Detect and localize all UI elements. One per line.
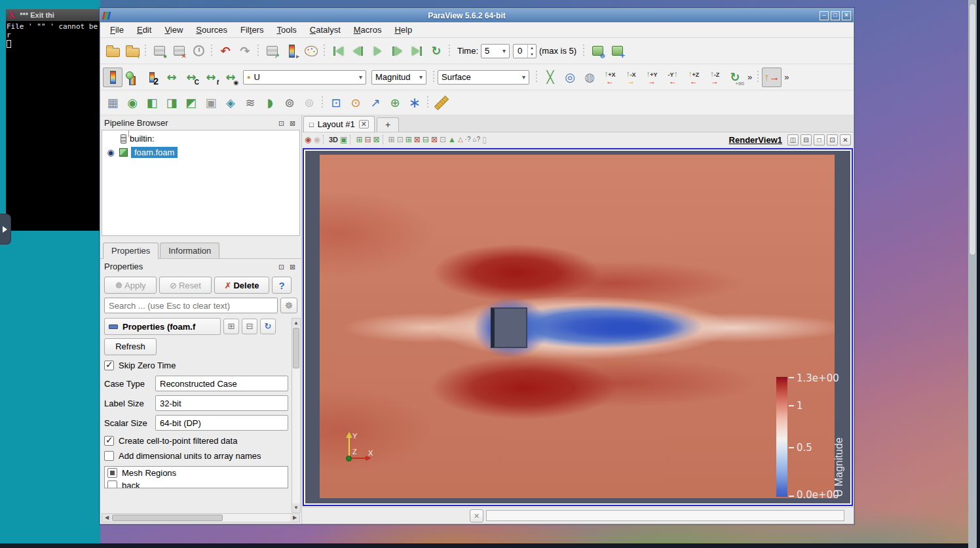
undo-button[interactable]: ↶	[216, 41, 235, 61]
close-icon[interactable]: ⊠	[288, 262, 297, 271]
skip-zero-time-row[interactable]: Skip Zero Time	[104, 361, 288, 370]
tab-properties[interactable]: Properties	[103, 243, 159, 259]
color-palette-button[interactable]	[301, 41, 321, 61]
maximize-button[interactable]: □	[831, 11, 840, 20]
spin-down-icon[interactable]: ▾	[528, 51, 536, 58]
rescale-visible-button[interactable]: ↔◉	[221, 68, 240, 87]
rescale-temporal-button[interactable]: ↔t	[201, 68, 221, 87]
undock-view-button[interactable]: ⊡	[827, 134, 838, 146]
terminal-body[interactable]: File ' "" ' cannot be r	[6, 21, 102, 231]
connect-server-button[interactable]: ●	[149, 41, 169, 61]
clear-selection-icon[interactable]: ▯	[482, 136, 487, 144]
first-frame-button[interactable]	[328, 41, 348, 61]
reset-button[interactable]: ⊘Reset	[159, 277, 212, 294]
menu-file[interactable]: File	[104, 23, 130, 37]
mesh-region-item[interactable]: back	[105, 479, 288, 488]
toolbar-overflow[interactable]: »	[784, 72, 789, 82]
save-data-button[interactable]: ↓	[122, 41, 142, 61]
extract-subset-button[interactable]: ▣	[201, 93, 221, 113]
view-plus-x-button[interactable]: ↑+X←	[599, 68, 620, 87]
select-polygon-cells-icon[interactable]: ⊡	[397, 136, 404, 144]
close-view-button[interactable]: ✕	[840, 134, 851, 146]
minimize-button[interactable]: –	[820, 11, 829, 20]
adjust-camera-icon[interactable]: ▣	[340, 136, 347, 144]
camera-icon[interactable]: ◉	[305, 136, 311, 144]
previous-frame-button[interactable]	[348, 41, 368, 61]
interpolate-button[interactable]: ∗	[405, 93, 424, 113]
hover-point-icon[interactable]: △	[458, 136, 463, 143]
view-minus-x-button[interactable]: ↑-X→	[620, 68, 641, 87]
select-block-icon[interactable]: ⊞	[405, 136, 412, 144]
reset-camera-button[interactable]: ╳	[540, 68, 560, 87]
render-view-name[interactable]: RenderView1	[729, 135, 782, 145]
scalar-size-combo[interactable]: 64-bit (DP)	[155, 415, 288, 431]
auto-apply-button[interactable]: ▸	[282, 41, 301, 61]
open-file-button[interactable]	[103, 41, 122, 61]
redo-button[interactable]: ↷	[235, 41, 255, 61]
menu-sources[interactable]: Sources	[190, 23, 233, 37]
menu-filters[interactable]: Filters	[235, 23, 269, 37]
color-legend-bar[interactable]	[776, 377, 787, 497]
calculator-button[interactable]: ▦	[103, 93, 122, 113]
cell-to-point-row[interactable]: Create cell-to-point filtered data	[104, 436, 288, 446]
screen-scrollbar-thumb[interactable]	[969, 3, 976, 256]
plot-over-line-button[interactable]: ↗	[366, 93, 385, 113]
panel-hide-handle[interactable]	[0, 214, 11, 245]
contour-button[interactable]: ◉	[122, 93, 142, 113]
scroll-down-icon[interactable]: ▼	[292, 503, 300, 512]
pipeline-item-builtin[interactable]: builtin:	[102, 132, 299, 146]
extract-block-button[interactable]: ⊚	[299, 93, 319, 113]
plot-data-over-time-button[interactable]: ⊕	[385, 93, 405, 113]
menu-edit[interactable]: Edit	[131, 23, 157, 37]
time-combo[interactable]: 5▾	[481, 44, 510, 58]
select-cells-through-icon[interactable]: ⊠	[373, 136, 380, 144]
zoom-to-box-button[interactable]: ◍	[580, 68, 599, 87]
rescale-to-data-button[interactable]: ↔	[162, 68, 181, 87]
maximize-view-button[interactable]: □	[814, 134, 825, 146]
stream-tracer-button[interactable]: ≋	[240, 93, 260, 113]
close-icon[interactable]: ⊠	[288, 118, 297, 128]
menu-view[interactable]: View	[159, 23, 189, 37]
zoom-to-data-button[interactable]: ◎	[560, 68, 580, 87]
case-type-combo[interactable]: Reconstructed Case	[155, 376, 288, 391]
threshold-button[interactable]: ◩	[181, 93, 201, 113]
label-size-combo[interactable]: 32-bit	[155, 395, 288, 411]
rotate-90-button[interactable]: ↻+90	[725, 68, 745, 87]
titlebar[interactable]: ParaView 5.6.2 64-bit – □ ✕	[100, 9, 854, 22]
split-vertical-button[interactable]: ⊟	[801, 134, 812, 146]
reset-session-button[interactable]	[189, 41, 208, 61]
slice-button[interactable]: ◨	[162, 93, 181, 113]
apply-button[interactable]: ☸Apply	[104, 277, 157, 294]
toggle-3d-mode[interactable]: 3D	[329, 136, 338, 144]
frame-spinbox[interactable]: 0▴▾	[513, 44, 537, 58]
selection-tooltip-icon[interactable]: ·?	[465, 136, 471, 143]
disconnect-server-button[interactable]: ✕	[169, 41, 189, 61]
component-combo[interactable]: Magnitud▾	[371, 70, 426, 85]
help-button[interactable]: ?	[272, 277, 292, 294]
screen-scrollbar[interactable]	[968, 0, 977, 548]
mesh-regions-list[interactable]: Mesh Regions back	[104, 466, 288, 488]
color-array-combo[interactable]: ●U▾	[243, 70, 366, 85]
menu-macros[interactable]: Macros	[348, 23, 388, 37]
clip-button[interactable]: ◧	[142, 93, 162, 113]
tab-layout-1[interactable]: □ Layout #1 ✕	[303, 116, 375, 132]
rescale-custom-button[interactable]: ↔C	[181, 68, 201, 87]
properties-section-header[interactable]: Properties (foam.f	[104, 318, 221, 335]
last-frame-button[interactable]	[407, 41, 426, 61]
play-button[interactable]	[368, 41, 387, 61]
interactive-select-cells-icon[interactable]: ⊠	[414, 136, 421, 144]
flow-field-surface[interactable]	[320, 155, 835, 498]
mesh-regions-checkbox[interactable]	[107, 468, 117, 478]
hover-points-icon[interactable]: ⊡	[440, 136, 446, 144]
undock-icon[interactable]: ⊡	[276, 262, 286, 271]
extract-selection-button[interactable]: ⊡	[326, 93, 346, 113]
properties-horizontal-scrollbar[interactable]: ◀ ▶	[102, 513, 300, 522]
color-map-button[interactable]	[103, 68, 122, 87]
skip-zero-time-checkbox[interactable]	[104, 361, 114, 370]
search-input[interactable]	[104, 298, 278, 313]
next-frame-button[interactable]	[387, 41, 407, 61]
visibility-eye-icon[interactable]: ◉	[102, 147, 119, 157]
hover-cells-icon[interactable]: ⊠	[431, 136, 438, 144]
glyph-button[interactable]: ◈	[221, 93, 240, 113]
paste-properties-button[interactable]: ⊟	[242, 319, 257, 334]
